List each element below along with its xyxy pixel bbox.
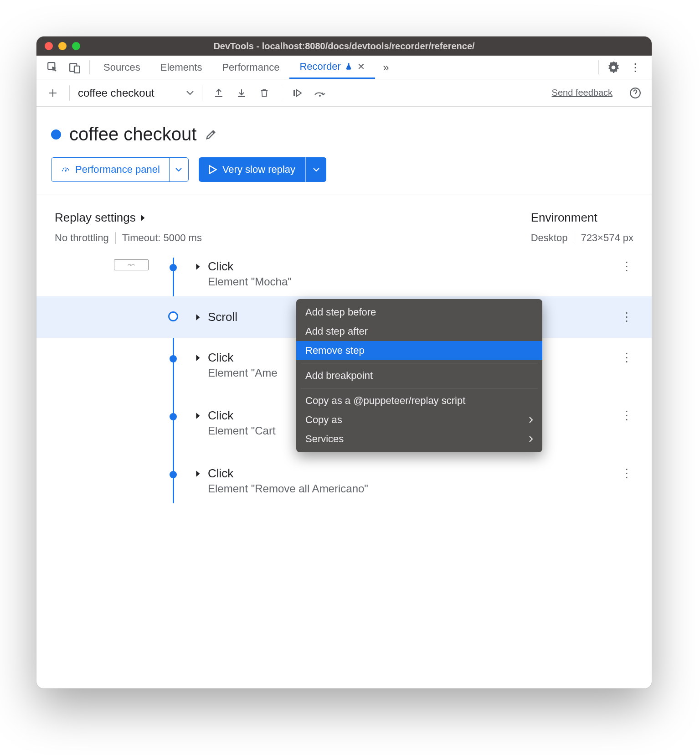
step-menu-icon[interactable]: ⋮: [620, 466, 633, 481]
step-menu-icon[interactable]: ⋮: [620, 259, 633, 274]
recording-name: coffee checkout: [78, 87, 154, 99]
minimize-window-button[interactable]: [58, 42, 67, 50]
environment-device: Desktop: [531, 232, 568, 244]
context-menu: Add step before Add step after Remove st…: [296, 299, 542, 452]
tab-performance[interactable]: Performance: [212, 56, 289, 79]
step-menu-icon[interactable]: ⋮: [620, 409, 633, 423]
performance-panel-caret[interactable]: [169, 158, 188, 181]
settings-gear-icon[interactable]: [602, 56, 624, 79]
ctx-add-step-after[interactable]: Add step after: [296, 322, 542, 341]
new-recording-icon[interactable]: [45, 85, 61, 101]
replay-label: Very slow replay: [222, 164, 295, 176]
help-icon[interactable]: [627, 85, 643, 101]
timeline-dot: [170, 355, 177, 362]
flask-icon: [345, 62, 353, 71]
traffic-lights: [45, 42, 80, 50]
recording-title: coffee checkout: [69, 124, 196, 145]
tab-sources[interactable]: Sources: [93, 56, 150, 79]
expand-icon[interactable]: [195, 354, 201, 362]
ctx-add-step-before[interactable]: Add step before: [296, 303, 542, 322]
send-feedback-link[interactable]: Send feedback: [552, 88, 612, 98]
expand-icon[interactable]: [195, 314, 201, 321]
recording-dropdown[interactable]: coffee checkout: [78, 87, 194, 99]
svg-point-4: [319, 95, 321, 97]
step-row[interactable]: ▭▭ Click Element "Mocha" ⋮: [36, 258, 652, 296]
replay-settings-block: Replay settings No throttling Timeout: 5…: [55, 211, 202, 244]
replay-caret[interactable]: [305, 157, 326, 182]
chevron-right-icon: [529, 417, 533, 423]
settings-section: Replay settings No throttling Timeout: 5…: [36, 195, 652, 258]
step-over-icon[interactable]: [312, 85, 329, 101]
step-title: Click: [208, 409, 233, 423]
devtools-window: DevTools - localhost:8080/docs/devtools/…: [36, 36, 652, 688]
step-title: Click: [208, 466, 233, 481]
ctx-copy-puppeteer[interactable]: Copy as a @puppeteer/replay script: [296, 391, 542, 410]
performance-panel-button[interactable]: Performance panel: [51, 157, 189, 182]
step-title: Click: [208, 259, 233, 274]
gauge-icon: [61, 165, 71, 175]
step-menu-icon[interactable]: ⋮: [620, 351, 633, 365]
import-icon[interactable]: [233, 85, 250, 101]
svg-rect-2: [74, 66, 80, 72]
tab-elements[interactable]: Elements: [150, 56, 212, 79]
step-thumbnail: ▭▭: [114, 259, 149, 270]
step-title: Scroll: [208, 310, 237, 324]
timeline-dot: [170, 413, 177, 420]
delete-icon[interactable]: [256, 85, 273, 101]
ctx-services[interactable]: Services: [296, 429, 542, 449]
ctx-add-breakpoint[interactable]: Add breakpoint: [296, 366, 542, 385]
step-menu-icon[interactable]: ⋮: [620, 310, 633, 324]
svg-rect-3: [293, 90, 295, 96]
svg-point-6: [65, 170, 67, 172]
caret-right-icon: [140, 214, 146, 222]
chevron-down-icon: [186, 91, 194, 95]
performance-panel-label: Performance panel: [75, 164, 160, 176]
maximize-window-button[interactable]: [72, 42, 80, 50]
timeline-dot: [170, 264, 177, 271]
environment-heading: Environment: [531, 211, 633, 225]
step-replay-icon[interactable]: [289, 85, 306, 101]
recording-status-dot: [51, 129, 61, 140]
inspect-element-icon[interactable]: [42, 56, 64, 79]
chevron-right-icon: [529, 436, 533, 442]
export-icon[interactable]: [211, 85, 227, 101]
tab-recorder[interactable]: Recorder ✕: [289, 56, 375, 79]
expand-icon[interactable]: [195, 412, 201, 419]
step-row[interactable]: Click Element "Remove all Americano" ⋮: [36, 445, 652, 503]
environment-dimensions: 723×574 px: [581, 232, 633, 244]
replay-settings-heading[interactable]: Replay settings: [55, 211, 202, 225]
step-subtitle: Element "Mocha": [195, 275, 620, 288]
kebab-menu-icon[interactable]: ⋮: [624, 56, 646, 79]
timeline-dot: [168, 311, 178, 321]
replay-button[interactable]: Very slow replay: [199, 157, 326, 182]
play-icon: [209, 165, 217, 174]
throttling-value: No throttling: [55, 232, 109, 244]
ctx-remove-step[interactable]: Remove step: [296, 341, 542, 360]
close-window-button[interactable]: [45, 42, 53, 50]
timeout-value: Timeout: 5000 ms: [122, 232, 202, 244]
devtools-tabstrip: Sources Elements Performance Recorder ✕ …: [36, 56, 652, 79]
edit-title-icon[interactable]: [205, 128, 217, 141]
ctx-copy-as[interactable]: Copy as: [296, 410, 542, 429]
expand-icon[interactable]: [195, 470, 201, 477]
step-title: Click: [208, 351, 233, 365]
more-tabs-icon[interactable]: »: [375, 56, 397, 79]
device-toolbar-icon[interactable]: [64, 56, 86, 79]
close-tab-icon[interactable]: ✕: [357, 61, 365, 72]
window-titlebar: DevTools - localhost:8080/docs/devtools/…: [36, 36, 652, 56]
environment-block: Environment Desktop 723×574 px: [531, 211, 633, 244]
recorder-toolbar: coffee checkout Send feedback: [36, 79, 652, 107]
tab-recorder-label: Recorder: [299, 61, 340, 72]
recording-header: coffee checkout Performance panel Very s…: [36, 107, 652, 195]
window-title: DevTools - localhost:8080/docs/devtools/…: [36, 41, 652, 52]
steps-timeline: ▭▭ Click Element "Mocha" ⋮ Scroll: [36, 258, 652, 503]
step-subtitle: Element "Remove all Americano": [195, 482, 620, 495]
timeline-dot: [170, 471, 177, 478]
expand-icon[interactable]: [195, 263, 201, 270]
